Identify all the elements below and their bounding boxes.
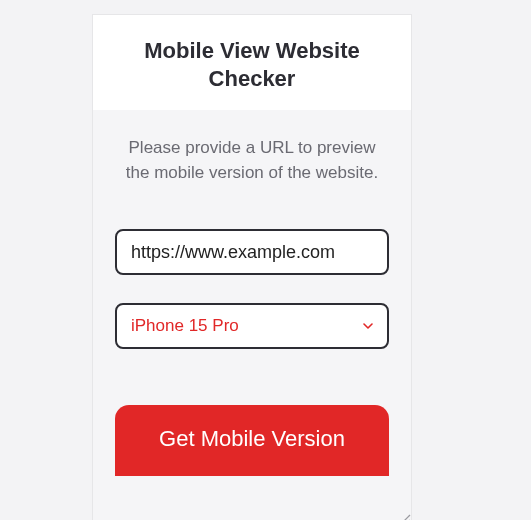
instruction-text: Please provide a URL to preview the mobi…	[115, 136, 389, 185]
url-input[interactable]	[115, 229, 389, 275]
checker-card: Mobile View Website Checker Please provi…	[92, 14, 412, 520]
device-select-value: iPhone 15 Pro	[131, 316, 239, 336]
page-title: Mobile View Website Checker	[93, 15, 411, 110]
svg-line-0	[398, 515, 410, 520]
card-body: Please provide a URL to preview the mobi…	[93, 110, 411, 520]
get-mobile-version-button[interactable]: Get Mobile Version	[115, 405, 389, 476]
device-select[interactable]: iPhone 15 Pro	[115, 303, 389, 349]
chevron-down-icon	[363, 322, 373, 330]
resize-handle-icon[interactable]	[395, 512, 411, 520]
